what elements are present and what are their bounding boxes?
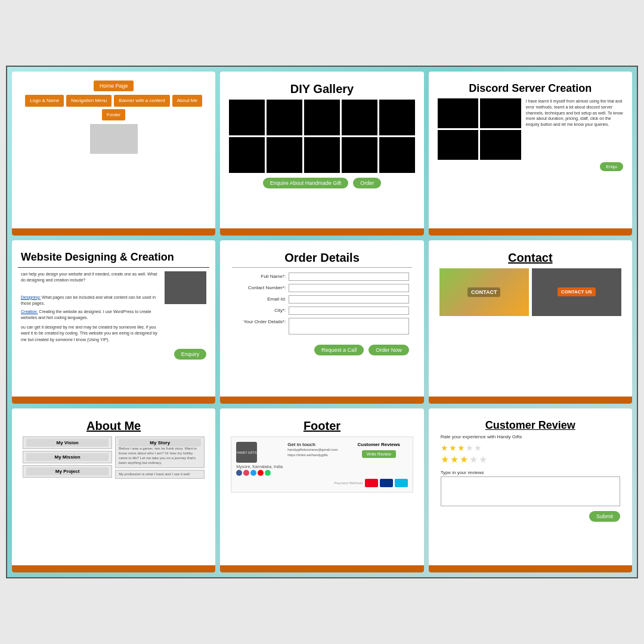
gallery-item [342, 137, 377, 173]
star-4[interactable]: ★ [466, 443, 473, 453]
card-footer-bar-2 [220, 228, 423, 236]
submit-review-btn[interactable]: Submit [589, 511, 620, 522]
contact-title: Contact [435, 246, 626, 268]
star-large-4[interactable]: ★ [469, 454, 478, 465]
discord-title: Discord Server Creation [435, 78, 626, 98]
gallery-item [229, 137, 265, 173]
discord-enquire-btn[interactable]: Enqu [600, 162, 623, 171]
footer-customer-reviews: Customer Reviews [350, 442, 408, 447]
order-field-email: Email Id: [235, 295, 408, 304]
order-btn[interactable]: Order [353, 178, 381, 188]
about-btn[interactable]: About Me [172, 95, 202, 107]
order-field-details: Your Order Details*: [235, 318, 408, 335]
order-input-name[interactable] [289, 273, 408, 281]
about-box-vision-title: My Vision [26, 439, 109, 447]
gallery-item [304, 100, 340, 135]
order-input-city[interactable] [289, 306, 408, 315]
card-footer-bar-7 [12, 565, 215, 572]
review-input[interactable] [441, 476, 620, 506]
design-enquiry-btn[interactable]: Enquiry [174, 349, 207, 360]
star-large-5[interactable]: ★ [479, 454, 487, 465]
design-text-note: ou can get it designed by me and may be … [21, 324, 160, 343]
write-review-btn[interactable]: Write Review [362, 450, 396, 458]
footer-logo: HANDY GIFTS [236, 442, 257, 463]
about-box-vision: My Vision [23, 436, 112, 449]
footer-social-icons [236, 470, 283, 476]
discord-img-4 [480, 130, 521, 160]
order-label-city: City*: [235, 308, 289, 313]
review-subtitle: Rate your experience with Handy Gifts [435, 434, 626, 442]
design-text-intro: can help you design your website and if … [21, 271, 160, 284]
about-box-mission: My Mission [23, 451, 112, 463]
card-order-details: Order Details Full Name*: Contact Number… [220, 240, 423, 404]
order-input-phone[interactable] [289, 284, 408, 292]
about-section-left: My Vision My Mission My Project [23, 436, 112, 479]
star-2[interactable]: ★ [449, 443, 457, 453]
footer-email: handygiftsbusiness@gmail.com [287, 447, 345, 453]
logo-btn[interactable]: Logo & Name [25, 95, 64, 107]
gallery-title: DIY Gallery [226, 78, 417, 100]
footer-location: Mysore, Karnataka, India [236, 465, 283, 469]
review-type-label: Type in your reviews [435, 467, 626, 476]
footer-contact-col: Get in touch handygiftsbusiness@gmail.co… [287, 442, 345, 458]
contact-img-inner-left: CONTACT [439, 268, 529, 316]
discord-images [438, 98, 521, 160]
card-footer-bar-9 [429, 565, 632, 572]
card-contact: Contact CONTACT CONTACT US [429, 240, 632, 404]
order-label-details: Your Order Details*: [235, 318, 289, 324]
footer-review-col: Customer Reviews Write Review [350, 442, 408, 458]
star-large-1[interactable]: ★ [441, 454, 449, 465]
footer-nav-btn[interactable]: Footer [102, 109, 125, 121]
card-footer-bar-5 [220, 397, 423, 404]
nav-placeholder-image [90, 124, 138, 154]
gallery-item [304, 137, 340, 173]
order-field-name: Full Name*: [235, 273, 408, 281]
gallery-item [229, 100, 265, 135]
star-3[interactable]: ★ [457, 443, 465, 453]
about-box-extra: My profession is what I have and I use i… [115, 470, 205, 479]
contact-img-inner-right: CONTACT US [532, 268, 621, 316]
request-call-btn[interactable]: Request a Call [314, 345, 364, 355]
star-1[interactable]: ★ [441, 443, 448, 453]
paypal-icon [380, 479, 393, 487]
order-now-btn[interactable]: Order Now [369, 345, 409, 355]
upi-icon [395, 479, 408, 487]
about-title: About Me [18, 414, 209, 436]
card-footer-bar-3 [429, 228, 632, 236]
enquire-handmade-btn[interactable]: Enquire About Handmade Gift [263, 178, 349, 188]
star-large-3[interactable]: ★ [460, 454, 468, 465]
about-grid: My Vision My Mission My Project My Story [18, 436, 209, 479]
order-field-city: City*: [235, 306, 408, 315]
order-textarea-details[interactable] [289, 318, 408, 335]
mastercard-icon [365, 479, 378, 487]
design-text-designing-desc: What pages can be included and what cont… [21, 295, 156, 306]
design-text-creation: Creation: Creating the website as design… [21, 309, 160, 321]
gallery-item [379, 137, 415, 173]
order-label-phone: Contact Number*: [235, 285, 289, 290]
gallery-item [267, 137, 302, 173]
card-about-me: About Me My Vision My Mission My Project [12, 408, 215, 572]
main-container: Home Page Logo & Name Navigation Menu Ba… [6, 66, 638, 578]
footer-get-in-touch: Get in touch [287, 442, 345, 447]
order-input-email[interactable] [289, 295, 408, 304]
card-footer: Footer HANDY GIFTS Mysore, Karnataka, In… [220, 408, 423, 572]
star-5[interactable]: ★ [474, 443, 482, 453]
card-customer-review: Customer Review Rate your experience wit… [429, 408, 632, 572]
footer-preview: HANDY GIFTS Mysore, Karnataka, India Get [231, 436, 413, 493]
discord-img-3 [438, 130, 479, 160]
card-footer-bar-4 [12, 397, 215, 404]
about-box-project-title: My Project [26, 467, 109, 475]
star-large-2[interactable]: ★ [450, 454, 459, 465]
home-page-btn[interactable]: Home Page [94, 80, 134, 91]
about-box-extra-content: My profession is what I have and I use i… [119, 472, 201, 477]
order-form: Full Name*: Contact Number*: Email Id: C… [226, 268, 417, 342]
card-diy-gallery: DIY Gallery Enquire About Handmade Gift … [220, 72, 423, 236]
stars-display: ★ ★ ★ ★ ★ [435, 442, 626, 454]
footer-website: https://linktr.ee/handygifts [287, 453, 345, 458]
gallery-item [379, 100, 415, 135]
banner-btn[interactable]: Banner with a content [114, 95, 169, 107]
gallery-item [267, 100, 302, 135]
nav-menu-btn[interactable]: Navigation Menu [66, 95, 112, 107]
about-box-story: My Story Before I was a gamer, lets be f… [115, 436, 205, 467]
website-design-title: Website Designing & Creation [18, 246, 209, 268]
